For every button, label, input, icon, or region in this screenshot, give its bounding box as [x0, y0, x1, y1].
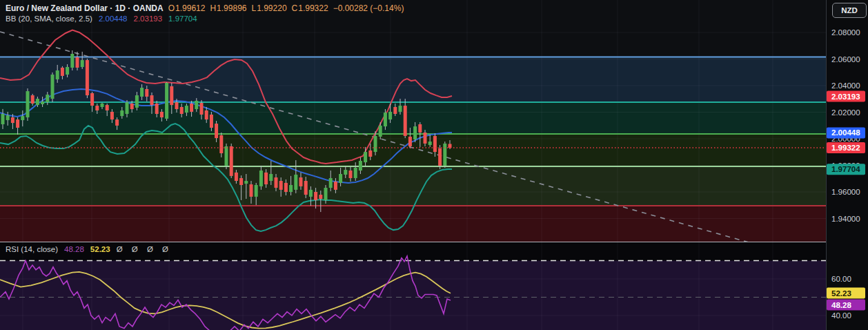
candle-body — [16, 119, 19, 128]
candle-body — [185, 106, 188, 113]
rsi-tick-label: 40.00 — [831, 311, 851, 320]
candle-body — [379, 126, 382, 137]
candle-body — [41, 101, 44, 104]
candle-body — [90, 93, 94, 106]
rsi-pane[interactable] — [0, 242, 826, 330]
candle-body — [329, 178, 333, 188]
candle-body — [374, 136, 377, 152]
candle-body — [210, 115, 213, 128]
candle-body — [368, 151, 372, 157]
price-axis[interactable]: 2.080002.060002.040002.020002.000001.980… — [826, 0, 868, 330]
price-tick-label: 2.08000 — [831, 28, 860, 37]
candle-body — [215, 124, 218, 138]
bb-lower-value: 1.97704 — [168, 14, 197, 23]
candle-body — [354, 168, 357, 178]
candle-body — [448, 144, 452, 148]
candle-body — [219, 135, 223, 153]
rsi-legend-row[interactable]: RSI (14, close)48.2852.23Ø Ø Ø Ø — [6, 245, 172, 253]
ohlc-open: O1.99612 — [168, 3, 206, 13]
price-pane[interactable] — [0, 0, 826, 245]
candle-body — [250, 184, 253, 197]
candle-body — [11, 117, 14, 123]
price-tick-label: 2.06000 — [831, 55, 860, 64]
candle-body — [21, 116, 24, 120]
candle-body — [135, 95, 139, 108]
price-zone-band — [0, 166, 826, 206]
candle-body — [399, 106, 402, 112]
candle-body — [1, 114, 5, 124]
candle-body — [200, 103, 204, 115]
candle-body — [86, 60, 89, 95]
candle-body — [244, 181, 248, 184]
candle-body — [6, 115, 10, 120]
candle-body — [289, 185, 293, 192]
candle-body — [359, 161, 362, 171]
candle-body — [110, 112, 114, 119]
candle-body — [170, 86, 173, 105]
candle-body — [324, 188, 328, 200]
candle-body — [388, 112, 392, 119]
svg-text:48.28: 48.28 — [831, 301, 851, 309]
candle-body — [150, 95, 154, 105]
candle-body — [284, 183, 288, 192]
candle-body — [190, 104, 193, 112]
candle-body — [275, 177, 278, 188]
candle-body — [428, 142, 432, 145]
candle-body — [334, 182, 337, 190]
symbol-legend-row[interactable]: Euro / New Zealand Dollar · 1D · OANDAO1… — [6, 3, 404, 13]
price-zone-band — [0, 206, 826, 245]
price-tick-label: 1.94000 — [831, 215, 860, 223]
candle-body — [106, 105, 109, 110]
svg-text:52.23: 52.23 — [831, 289, 851, 298]
candle-body — [364, 152, 367, 162]
candle-body — [314, 192, 317, 200]
rsi-value: 48.28 — [64, 245, 84, 253]
candle-body — [339, 174, 342, 183]
svg-text:2.03193: 2.03193 — [831, 93, 860, 101]
candle-body — [264, 173, 268, 184]
rsi-hidden-values: Ø Ø Ø Ø — [117, 245, 172, 253]
candle-body — [95, 106, 99, 110]
bb-indicator-label: BB (20, SMA, close, 2.5) — [6, 14, 92, 23]
candle-body — [205, 110, 208, 119]
bb-upper-value: 2.03193 — [134, 14, 163, 23]
currency-toggle-button[interactable]: NZD — [832, 3, 867, 18]
candle-body — [126, 102, 129, 114]
svg-text:2.00448: 2.00448 — [831, 128, 860, 137]
chart-canvas[interactable]: 2.080002.060002.040002.020002.000001.980… — [0, 0, 868, 330]
candle-body — [235, 173, 238, 181]
symbol-title: Euro / New Zealand Dollar · 1D · OANDA — [6, 3, 164, 13]
candle-body — [418, 124, 422, 133]
candle-body — [101, 104, 104, 107]
candle-body — [155, 104, 159, 114]
trading-chart-app: 2.080002.060002.040002.020002.000001.980… — [0, 0, 868, 330]
candle-body — [294, 175, 297, 190]
candle-body — [145, 89, 148, 97]
candle-body — [259, 171, 263, 186]
candle-body — [404, 106, 407, 136]
candle-body — [31, 95, 34, 104]
candle-body — [140, 88, 144, 97]
candle-body — [61, 68, 64, 76]
price-tick-label: 1.96000 — [831, 188, 860, 196]
ohlc-high: H1.99896 — [210, 3, 246, 13]
candle-body — [165, 83, 168, 119]
price-zone-band — [0, 57, 826, 102]
candle-body — [180, 107, 184, 114]
rsi-band-fill — [0, 261, 826, 330]
candle-body — [349, 171, 353, 178]
price-change: −0.00282 (−0.14%) — [333, 3, 404, 13]
bb-legend-row[interactable]: BB (20, SMA, close, 2.5)2.004482.031931.… — [6, 14, 197, 23]
candle-body — [393, 107, 397, 114]
candle-body — [70, 54, 74, 68]
candle-body — [304, 181, 308, 195]
candle-body — [81, 60, 84, 67]
candle-body — [230, 146, 233, 176]
candle-body — [160, 112, 164, 117]
candle-body — [438, 148, 442, 166]
ohlc-low: L1.99220 — [252, 3, 287, 13]
candle-body — [36, 99, 39, 105]
candle-body — [120, 110, 124, 116]
price-tick-label: 2.02000 — [831, 108, 860, 117]
rsi-tick-label: 60.00 — [831, 275, 851, 283]
